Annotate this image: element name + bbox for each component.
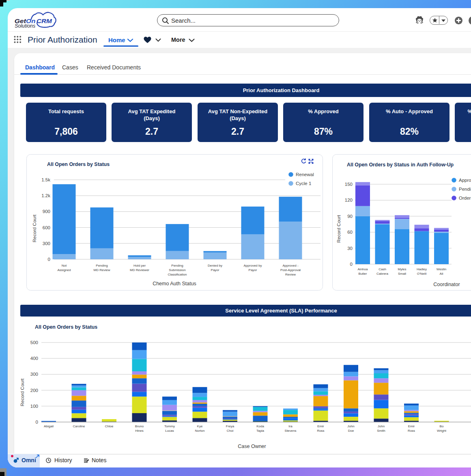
svg-text:Denied by: Denied by (208, 264, 222, 267)
svg-text:O'Neill: O'Neill (417, 272, 427, 276)
svg-text:MD Review: MD Review (94, 268, 110, 272)
svg-text:Small: Small (398, 272, 406, 276)
svg-text:John: John (378, 424, 385, 428)
svg-text:Approved: Approved (459, 178, 471, 183)
svg-text:500: 500 (30, 340, 38, 345)
svg-text:Payor: Payor (211, 268, 219, 272)
svg-text:CRM: CRM (37, 18, 52, 24)
svg-text:Ross: Ross (317, 429, 324, 433)
svg-text:Cycle 1: Cycle 1 (296, 181, 311, 186)
svg-text:1.2k: 1.2k (41, 193, 50, 198)
svg-text:Cash: Cash (379, 267, 386, 271)
svg-text:John: John (347, 424, 354, 428)
svg-text:Approved by: Approved by (244, 264, 262, 267)
svg-text:30: 30 (347, 246, 353, 251)
svg-text:Chemo Auth Status: Chemo Auth Status (153, 281, 196, 286)
svg-text:Choi: Choi (227, 429, 234, 433)
svg-text:Koda: Koda (256, 424, 264, 428)
svg-text:Ira: Ira (288, 424, 292, 428)
svg-text:Record Court: Record Court (336, 215, 341, 243)
svg-text:Kye: Kye (197, 424, 203, 428)
svg-text:1.5k: 1.5k (41, 177, 50, 182)
svg-text:300: 300 (30, 372, 38, 377)
svg-text:Ali: Ali (440, 272, 443, 276)
svg-text:900: 900 (43, 209, 50, 214)
svg-text:Lucas: Lucas (165, 429, 174, 433)
svg-text:Submission: Submission (169, 268, 185, 272)
svg-text:150: 150 (345, 182, 353, 187)
svg-text:Payor: Payor (249, 268, 257, 272)
svg-text:120: 120 (345, 198, 353, 202)
svg-text:Coordinator: Coordinator (433, 282, 460, 287)
svg-text:Westin: Westin (437, 267, 446, 271)
svg-text:Classification: Classification (168, 273, 187, 276)
svg-text:Emir: Emir (408, 424, 415, 428)
svg-text:Not: Not (62, 264, 67, 267)
svg-text:Freya: Freya (226, 424, 234, 428)
svg-text:Bo: Bo (440, 424, 444, 428)
svg-text:400: 400 (30, 356, 38, 361)
svg-text:Caroline: Caroline (73, 424, 85, 428)
svg-text:Tapia: Tapia (256, 429, 265, 433)
svg-text:90: 90 (347, 214, 353, 219)
svg-text:Myles: Myles (398, 267, 406, 271)
svg-text:All Open Orders by Status in A: All Open Orders by Status in Auth Follow… (347, 162, 454, 168)
svg-text:Pending: Pending (459, 187, 471, 192)
svg-text:Approved -: Approved - (282, 264, 298, 267)
svg-text:Ordered: Ordered (459, 196, 471, 200)
svg-text:Pending: Pending (171, 264, 183, 267)
svg-text:Record Court: Record Court (32, 214, 37, 242)
svg-text:Bruno: Bruno (135, 424, 144, 428)
svg-text:Ainhoa: Ainhoa (358, 267, 368, 271)
svg-text:Ross: Ross (408, 429, 415, 433)
svg-text:Chloe: Chloe (105, 424, 114, 428)
svg-text:Hines: Hines (135, 429, 143, 433)
svg-text:Wright: Wright (437, 429, 447, 433)
svg-text:MD Reviewer: MD Reviewer (130, 268, 149, 272)
svg-text:Norton: Norton (195, 429, 204, 433)
svg-text:Emir: Emir (317, 424, 324, 428)
svg-text:Case Owner: Case Owner (238, 444, 266, 449)
svg-text:200: 200 (30, 388, 38, 393)
svg-text:Doe: Doe (348, 429, 354, 433)
svg-text:All Open Orders by Status: All Open Orders by Status (35, 324, 97, 330)
svg-text:Cabrera: Cabrera (376, 272, 388, 276)
svg-text:600: 600 (43, 225, 50, 230)
svg-text:Hadley: Hadley (417, 267, 427, 271)
svg-text:100: 100 (30, 404, 38, 409)
svg-text:0: 0 (350, 262, 353, 267)
svg-text:Hold per: Hold per (133, 264, 146, 267)
svg-text:Solutions: Solutions (15, 23, 35, 29)
svg-text:Stevens: Stevens (285, 429, 297, 433)
svg-text:Record Court: Record Court (20, 378, 25, 406)
svg-text:Post-Approval: Post-Approval (280, 268, 301, 272)
svg-text:300: 300 (43, 241, 50, 246)
svg-text:Smith: Smith (377, 429, 385, 433)
svg-text:60: 60 (347, 230, 353, 235)
svg-text:Abigail: Abigail (44, 424, 54, 428)
svg-text:Tommy: Tommy (164, 424, 175, 428)
svg-text:Assigned: Assigned (58, 268, 71, 272)
svg-text:All Open Orders by Status: All Open Orders by Status (47, 162, 110, 167)
svg-text:0: 0 (36, 420, 38, 424)
svg-text:Pending: Pending (96, 264, 108, 267)
svg-text:Review: Review (285, 273, 296, 276)
svg-text:Renewal: Renewal (296, 172, 314, 177)
svg-text:Butler: Butler (359, 272, 367, 276)
svg-text:0: 0 (48, 257, 50, 262)
